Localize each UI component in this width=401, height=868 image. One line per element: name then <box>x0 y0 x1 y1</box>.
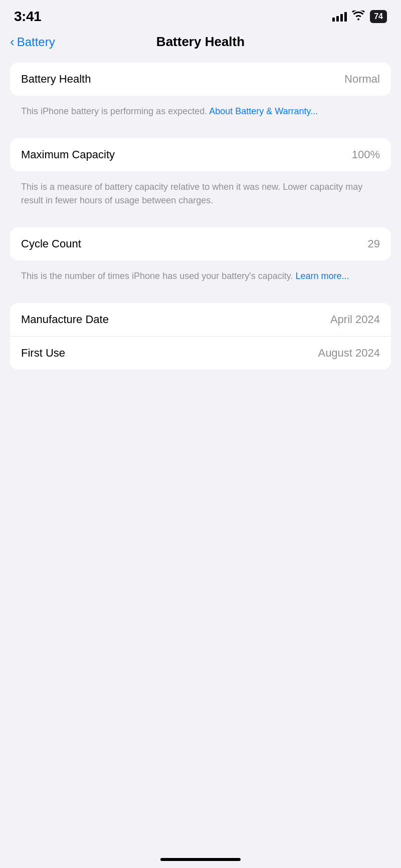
content-area: Battery Health Normal This iPhone batter… <box>0 58 401 400</box>
learn-more-link[interactable]: Learn more... <box>295 271 349 281</box>
max-capacity-section: Maximum Capacity 100% This is a measure … <box>10 138 391 217</box>
about-battery-link[interactable]: About Battery & Warranty... <box>209 106 318 116</box>
page-title: Battery Health <box>156 34 245 50</box>
cycle-count-label: Cycle Count <box>21 237 81 250</box>
battery-level: 74 <box>374 12 383 21</box>
first-use-row: First Use August 2024 <box>10 336 391 370</box>
cycle-count-row: Cycle Count 29 <box>10 227 391 260</box>
navigation-bar: ‹ Battery Battery Health <box>0 30 401 58</box>
first-use-value: August 2024 <box>318 347 380 360</box>
signal-icon <box>332 12 347 22</box>
back-button[interactable]: ‹ Battery <box>10 35 55 49</box>
first-use-label: First Use <box>21 347 65 360</box>
max-capacity-description: This is a measure of battery capacity re… <box>10 175 391 217</box>
status-bar: 3:41 74 <box>0 0 401 30</box>
manufacture-date-row: Manufacture Date April 2024 <box>10 303 391 336</box>
max-capacity-label: Maximum Capacity <box>21 148 115 161</box>
status-time: 3:41 <box>14 9 41 25</box>
max-capacity-row: Maximum Capacity 100% <box>10 138 391 171</box>
battery-health-section: Battery Health Normal This iPhone batter… <box>10 63 391 128</box>
back-label: Battery <box>17 35 55 49</box>
dates-card: Manufacture Date April 2024 First Use Au… <box>10 303 391 370</box>
battery-health-description: This iPhone battery is performing as exp… <box>10 100 391 128</box>
dates-section: Manufacture Date April 2024 First Use Au… <box>10 303 391 370</box>
cycle-count-section: Cycle Count 29 This is the number of tim… <box>10 227 391 293</box>
battery-health-card: Battery Health Normal <box>10 63 391 96</box>
battery-icon: 74 <box>370 10 387 23</box>
status-icons: 74 <box>332 10 387 23</box>
manufacture-date-value: April 2024 <box>330 313 380 326</box>
cycle-count-value: 29 <box>368 237 380 250</box>
chevron-left-icon: ‹ <box>10 35 15 48</box>
battery-health-row: Battery Health Normal <box>10 63 391 96</box>
max-capacity-card: Maximum Capacity 100% <box>10 138 391 171</box>
battery-health-value: Normal <box>344 73 380 86</box>
cycle-count-card: Cycle Count 29 <box>10 227 391 260</box>
cycle-count-description: This is the number of times iPhone has u… <box>10 264 391 293</box>
home-indicator <box>160 858 241 861</box>
battery-health-label: Battery Health <box>21 73 91 86</box>
manufacture-date-label: Manufacture Date <box>21 313 109 326</box>
max-capacity-value: 100% <box>352 148 380 161</box>
wifi-icon <box>352 11 365 23</box>
